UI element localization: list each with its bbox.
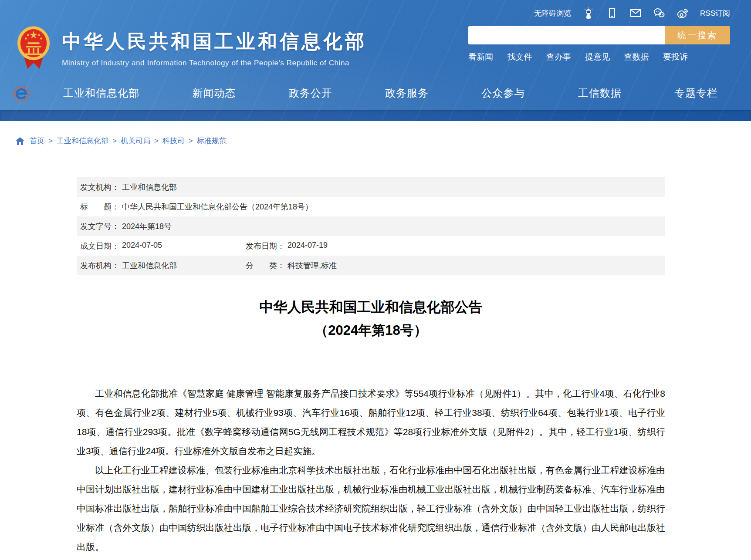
meta-value: 工业和信息化部 xyxy=(122,260,177,271)
quick-link-services[interactable]: 查办事 xyxy=(546,51,571,63)
meta-value: 科技管理,标准 xyxy=(288,260,337,271)
national-emblem-icon xyxy=(17,25,51,70)
nav-item-news[interactable]: 新闻动态 xyxy=(192,86,236,100)
main-nav: 工业和信息化部 新闻动态 政务公开 政务服务 公众参与 工信数据 专题专栏 xyxy=(0,77,751,110)
header-strip xyxy=(0,110,751,121)
nav-item-topics[interactable]: 专题专栏 xyxy=(674,86,718,100)
meta-row-title: 标 题： 中华人民共和国工业和信息化部公告（2024年第18号） xyxy=(77,197,665,216)
document-content: 发文机构： 工业和信息化部 标 题： 中华人民共和国工业和信息化部公告（2024… xyxy=(77,177,665,557)
weibo-icon[interactable] xyxy=(677,7,689,19)
breadcrumb-separator: > xyxy=(112,137,117,145)
article-title-line1: 中华人民共和国工业和信息化部公告 xyxy=(77,297,665,317)
meta-row-doc-number: 发文字号： 2024年第18号 xyxy=(77,216,665,236)
mail-icon[interactable] xyxy=(629,7,642,19)
meta-label: 发文机构： xyxy=(80,182,119,192)
quick-link-complaint[interactable]: 要投诉 xyxy=(663,51,688,63)
gov-e-logo-icon[interactable] xyxy=(12,84,30,103)
breadcrumb-item-standards[interactable]: 标准规范 xyxy=(197,136,227,146)
meta-value: 工业和信息化部 xyxy=(122,182,177,192)
breadcrumb-item-home[interactable]: 首页 xyxy=(30,136,44,146)
breadcrumb-separator: > xyxy=(154,137,159,145)
meta-value: 中华人民共和国工业和信息化部公告（2024年第18号） xyxy=(122,202,313,212)
meta-row-dates: 成文日期： 2024-07-05 发布日期： 2024-07-19 xyxy=(77,236,665,256)
site-header: 中华人民共和国工业和信息化部 Ministry of Industry and … xyxy=(0,0,751,121)
site-subtitle: Ministry of Industry and Information Tec… xyxy=(62,59,367,67)
article-paragraph: 以上化工行业工程建设标准、包装行业标准由北京科学技术出版社出版，石化行业标准由中… xyxy=(77,461,665,557)
breadcrumb-separator: > xyxy=(189,137,193,145)
nav-item-gov-service[interactable]: 政务服务 xyxy=(385,86,429,100)
meta-label: 发布日期： xyxy=(246,241,285,251)
breadcrumb-item-science-dept[interactable]: 科技司 xyxy=(162,136,185,146)
quick-link-data[interactable]: 查数据 xyxy=(624,51,649,63)
meta-label: 发文字号： xyxy=(80,221,119,232)
search-input[interactable] xyxy=(468,26,665,44)
breadcrumb-item-departments[interactable]: 机关司局 xyxy=(121,136,150,146)
meta-label: 成文日期： xyxy=(80,241,119,251)
rss-link[interactable]: RSS订阅 xyxy=(700,8,730,18)
meta-label: 标 题： xyxy=(80,202,119,212)
meta-value: 2024年第18号 xyxy=(122,221,172,232)
quick-link-news[interactable]: 看新闻 xyxy=(468,51,493,63)
nav-item-data[interactable]: 工信数据 xyxy=(578,86,622,100)
nav-item-participation[interactable]: 公众参与 xyxy=(481,86,525,100)
accessibility-link[interactable]: 无障碍浏览 xyxy=(534,8,571,18)
document-meta-table: 发文机构： 工业和信息化部 标 题： 中华人民共和国工业和信息化部公告（2024… xyxy=(77,177,665,275)
meta-row-issuing-agency: 发文机构： 工业和信息化部 xyxy=(77,177,665,197)
home-icon[interactable] xyxy=(16,137,24,145)
nav-item-gov-open[interactable]: 政务公开 xyxy=(289,86,332,100)
meta-label: 分 类： xyxy=(246,260,285,271)
nav-item-ministry[interactable]: 工业和信息化部 xyxy=(63,86,139,100)
utility-row: 无障碍浏览 xyxy=(451,7,730,19)
header-right: 无障碍浏览 xyxy=(451,0,730,63)
article-body: 工业和信息化部批准《智慧家庭 健康管理 智能康复服务产品接口技术要求》等554项… xyxy=(77,384,665,557)
meta-row-publisher-category: 发布机构： 工业和信息化部 分 类： 科技管理,标准 xyxy=(77,256,665,275)
breadcrumb: 首页 > 工业和信息化部 > 机关司局 > 科技司 > 标准规范 xyxy=(0,121,751,146)
mobile-icon[interactable] xyxy=(606,7,618,19)
quick-link-suggest[interactable]: 提意见 xyxy=(585,51,610,63)
nav-items: 工业和信息化部 新闻动态 政务公开 政务服务 公众参与 工信数据 专题专栏 xyxy=(63,86,718,100)
article-title-line2: （2024年第18号） xyxy=(77,320,665,341)
meta-value: 2024-07-05 xyxy=(122,241,162,251)
search-bar: 统一搜索 xyxy=(468,26,730,44)
breadcrumb-separator: > xyxy=(48,137,53,145)
header-top: 中华人民共和国工业和信息化部 Ministry of Industry and … xyxy=(0,0,751,77)
site-title: 中华人民共和国工业和信息化部 xyxy=(62,29,367,54)
meta-label: 发布机构： xyxy=(80,260,119,271)
meta-value: 2024-07-19 xyxy=(288,241,328,251)
quick-links: 看新闻 找文件 查办事 提意见 查数据 要投诉 xyxy=(468,51,688,63)
robot-mascot-icon[interactable] xyxy=(582,7,595,19)
article-paragraph: 工业和信息化部批准《智慧家庭 健康管理 智能康复服务产品接口技术要求》等554项… xyxy=(77,384,665,461)
wechat-icon[interactable] xyxy=(653,7,665,19)
quick-link-files[interactable]: 找文件 xyxy=(507,51,532,63)
site-brand[interactable]: 中华人民共和国工业和信息化部 Ministry of Industry and … xyxy=(17,25,367,70)
search-button[interactable]: 统一搜索 xyxy=(665,26,730,44)
breadcrumb-item-ministry[interactable]: 工业和信息化部 xyxy=(57,136,108,146)
